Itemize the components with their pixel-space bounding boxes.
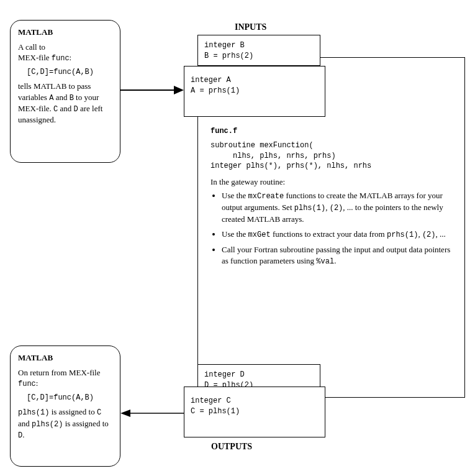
code-line: integer D <box>204 370 245 379</box>
code-inline: prhs(1) <box>387 231 418 239</box>
code-inline: func <box>18 380 36 388</box>
code-line: nlhs, plhs, nrhs, prhs) <box>210 151 455 162</box>
code-line: integer plhs(*), prhs(*), nlhs, nrhs <box>210 161 455 172</box>
matlab-call-title: MATLAB <box>18 27 112 38</box>
text: , ... <box>436 229 446 239</box>
text: . <box>22 430 24 439</box>
code-line: subroutine mexFunction( <box>210 140 455 151</box>
code-line: integer B <box>204 41 245 50</box>
code-line: integer A <box>191 76 231 85</box>
text: : <box>70 53 72 62</box>
text: . <box>334 256 336 265</box>
svg-marker-1 <box>174 86 184 94</box>
arrow-left-icon <box>120 404 184 423</box>
text: is assigned to <box>63 419 108 428</box>
code-inline: mxGet <box>248 231 271 239</box>
code-line: B = prhs(2) <box>204 52 253 60</box>
code-block: [C,D]=func(A,B) <box>27 393 112 403</box>
text: A call to <box>18 42 45 52</box>
text: functions to extract your data from <box>271 229 387 239</box>
integer-c-box: integer C C = plhs(1) <box>184 387 325 437</box>
code-inline: %val <box>316 257 334 266</box>
text: Use the <box>222 229 248 239</box>
code-inline: D <box>74 105 78 114</box>
text: is assigned to <box>49 407 97 416</box>
code-inline: func <box>52 54 70 63</box>
matlab-call-box: MATLAB A call to MEX-file func: [C,D]=fu… <box>10 20 120 163</box>
arrow-right-icon <box>120 81 184 99</box>
text: MEX-file <box>18 53 52 62</box>
matlab-return-title: MATLAB <box>18 352 112 364</box>
text: and <box>53 93 69 102</box>
code-inline: mxCreate <box>248 192 284 201</box>
inputs-heading: INPUTS <box>235 22 266 32</box>
bullet-item: Call your Fortran subroutine passing the… <box>222 244 455 267</box>
code-inline: plhs(1) <box>294 204 325 213</box>
integer-b-box: integer B B = prhs(2) <box>197 35 320 66</box>
code-inline: B <box>70 94 74 103</box>
code-inline: C <box>97 408 101 417</box>
gateway-bullets: Use the mxCreate functions to create the… <box>222 190 455 267</box>
svg-marker-3 <box>120 410 130 417</box>
text: Use the <box>222 191 248 200</box>
integer-a-box: integer A A = prhs(1) <box>184 66 325 117</box>
code-inline: plhs(2) <box>32 420 63 429</box>
text: and <box>58 104 73 113</box>
code-line: C = plhs(1) <box>191 407 240 416</box>
code-block: [C,D]=func(A,B) <box>27 67 112 77</box>
text: On return from MEX-file <box>18 368 101 377</box>
code-inline: (2) <box>330 204 343 213</box>
gateway-heading: In the gateway routine: <box>210 176 455 188</box>
code-inline: plhs(1) <box>18 408 49 417</box>
code-line: integer C <box>191 396 231 405</box>
text: and <box>18 419 32 428</box>
text: : <box>36 378 38 388</box>
bullet-item: Use the mxCreate functions to create the… <box>222 190 455 225</box>
bullet-item: Use the mxGet functions to extract your … <box>222 229 455 240</box>
code-inline: (2) <box>422 231 436 239</box>
outputs-heading: OUTPUTS <box>211 442 252 452</box>
matlab-return-box: MATLAB On return from MEX-file func: [C,… <box>10 346 120 467</box>
code-line: A = prhs(1) <box>191 86 240 95</box>
func-f-name: func.f <box>210 126 455 137</box>
